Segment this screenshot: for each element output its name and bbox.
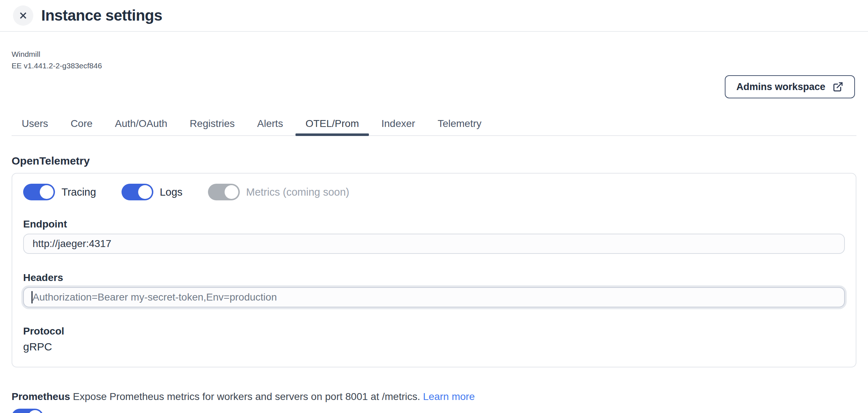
toggle-knob <box>138 185 152 199</box>
tab-alerts[interactable]: Alerts <box>247 116 293 135</box>
close-icon <box>18 11 28 20</box>
opentelemetry-card: Tracing Logs Metrics (coming soon) Endpo… <box>12 173 856 367</box>
admins-workspace-button[interactable]: Admins workspace <box>725 75 855 98</box>
prometheus-description: Expose Prometheus metrics for workers an… <box>73 391 420 402</box>
page-title: Instance settings <box>41 7 162 24</box>
tab-indexer[interactable]: Indexer <box>371 116 425 135</box>
metrics-toggle-group: Metrics (coming soon) <box>208 184 349 200</box>
protocol-value: gRPC <box>23 341 845 353</box>
settings-tabs: Users Core Auth/OAuth Registries Alerts … <box>12 116 856 136</box>
endpoint-input[interactable] <box>23 234 845 254</box>
main-content: Windmill EE v1.441.2-2-g383ecf846 Admins… <box>0 48 868 413</box>
drawer-header: Instance settings <box>0 0 868 32</box>
tab-users[interactable]: Users <box>12 116 58 135</box>
tab-otel-prom[interactable]: OTEL/Prom <box>295 116 369 135</box>
text-cursor <box>31 291 33 303</box>
tab-telemetry[interactable]: Telemetry <box>427 116 492 135</box>
prometheus-toggle[interactable] <box>12 409 43 413</box>
app-info: Windmill EE v1.441.2-2-g383ecf846 <box>12 48 856 72</box>
app-version: EE v1.441.2-2-g383ecf846 <box>12 60 856 72</box>
tab-auth-oauth[interactable]: Auth/OAuth <box>105 116 178 135</box>
metrics-toggle <box>208 184 240 200</box>
toggle-knob <box>28 410 42 413</box>
tab-core[interactable]: Core <box>60 116 103 135</box>
metrics-label: Metrics (coming soon) <box>246 186 349 198</box>
headers-label: Headers <box>23 272 845 284</box>
external-link-icon <box>833 81 843 92</box>
tracing-toggle[interactable] <box>23 184 55 200</box>
learn-more-link[interactable]: Learn more <box>423 391 475 402</box>
toggle-knob <box>40 185 54 199</box>
opentelemetry-heading: OpenTelemetry <box>12 155 856 167</box>
admins-workspace-label: Admins workspace <box>736 81 825 93</box>
tab-registries[interactable]: Registries <box>180 116 245 135</box>
logs-toggle-group: Logs <box>122 184 183 200</box>
protocol-label: Protocol <box>23 325 845 337</box>
app-name: Windmill <box>12 48 856 60</box>
headers-input[interactable] <box>23 287 845 307</box>
tracing-toggle-group: Tracing <box>23 184 96 200</box>
tracing-label: Tracing <box>61 186 96 198</box>
toggle-knob <box>225 185 238 199</box>
prometheus-heading: Prometheus <box>12 391 70 402</box>
endpoint-label: Endpoint <box>23 218 845 230</box>
logs-toggle[interactable] <box>122 184 153 200</box>
logs-label: Logs <box>160 186 183 198</box>
close-button[interactable] <box>13 5 33 26</box>
prometheus-section: Prometheus Expose Prometheus metrics for… <box>12 390 856 413</box>
